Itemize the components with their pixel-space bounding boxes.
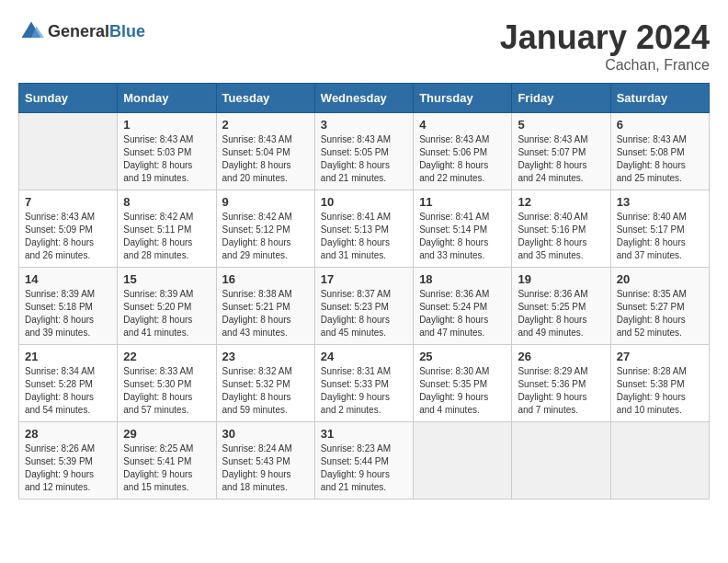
- day-content: Sunrise: 8:41 AM Sunset: 5:14 PM Dayligh…: [419, 211, 506, 262]
- logo-general: General: [48, 22, 109, 40]
- day-number: 9: [222, 195, 309, 209]
- day-number: 7: [25, 195, 111, 209]
- month-title: January 2024: [500, 18, 710, 57]
- calendar-cell: 29Sunrise: 8:25 AM Sunset: 5:41 PM Dayli…: [118, 422, 216, 500]
- day-number: 15: [123, 272, 210, 286]
- calendar-cell: [19, 113, 118, 190]
- calendar-cell: 8Sunrise: 8:42 AM Sunset: 5:11 PM Daylig…: [118, 190, 216, 268]
- calendar-cell: 18Sunrise: 8:36 AM Sunset: 5:24 PM Dayli…: [414, 268, 512, 345]
- day-number: 19: [518, 272, 604, 286]
- day-content: Sunrise: 8:43 AM Sunset: 5:04 PM Dayligh…: [222, 133, 309, 185]
- calendar-cell: [610, 422, 709, 500]
- calendar-cell: 25Sunrise: 8:30 AM Sunset: 5:35 PM Dayli…: [414, 345, 512, 422]
- day-of-week-header: Sunday: [19, 84, 118, 113]
- calendar-cell: 5Sunrise: 8:43 AM Sunset: 5:07 PM Daylig…: [512, 113, 610, 190]
- day-number: 3: [321, 118, 407, 132]
- day-content: Sunrise: 8:32 AM Sunset: 5:32 PM Dayligh…: [222, 365, 309, 417]
- calendar-cell: 12Sunrise: 8:40 AM Sunset: 5:16 PM Dayli…: [512, 190, 610, 268]
- calendar-cell: 27Sunrise: 8:28 AM Sunset: 5:38 PM Dayli…: [610, 345, 709, 422]
- calendar-cell: 6Sunrise: 8:43 AM Sunset: 5:08 PM Daylig…: [610, 113, 709, 190]
- calendar-cell: 26Sunrise: 8:29 AM Sunset: 5:36 PM Dayli…: [512, 345, 610, 422]
- calendar-cell: 30Sunrise: 8:24 AM Sunset: 5:43 PM Dayli…: [216, 422, 314, 500]
- calendar-cell: 2Sunrise: 8:43 AM Sunset: 5:04 PM Daylig…: [216, 113, 314, 190]
- day-number: 1: [123, 118, 210, 132]
- calendar-cell: 4Sunrise: 8:43 AM Sunset: 5:06 PM Daylig…: [414, 113, 512, 190]
- title-area: January 2024 Cachan, France: [500, 18, 710, 74]
- day-number: 22: [123, 350, 210, 363]
- calendar-cell: 17Sunrise: 8:37 AM Sunset: 5:23 PM Dayli…: [314, 268, 413, 345]
- day-content: Sunrise: 8:43 AM Sunset: 5:08 PM Dayligh…: [617, 133, 703, 185]
- day-number: 2: [222, 118, 309, 132]
- day-content: Sunrise: 8:43 AM Sunset: 5:07 PM Dayligh…: [518, 133, 604, 185]
- logo: GeneralBlue: [18, 18, 145, 44]
- calendar-header-row: SundayMondayTuesdayWednesdayThursdayFrid…: [19, 84, 710, 113]
- day-number: 8: [123, 195, 210, 209]
- calendar-cell: 20Sunrise: 8:35 AM Sunset: 5:27 PM Dayli…: [610, 268, 709, 345]
- day-content: Sunrise: 8:31 AM Sunset: 5:33 PM Dayligh…: [321, 365, 407, 417]
- day-number: 30: [222, 427, 309, 441]
- calendar-cell: 28Sunrise: 8:26 AM Sunset: 5:39 PM Dayli…: [19, 422, 118, 500]
- calendar-cell: 24Sunrise: 8:31 AM Sunset: 5:33 PM Dayli…: [314, 345, 413, 422]
- day-number: 27: [617, 350, 703, 363]
- calendar-cell: 22Sunrise: 8:33 AM Sunset: 5:30 PM Dayli…: [118, 345, 216, 422]
- day-content: Sunrise: 8:40 AM Sunset: 5:17 PM Dayligh…: [617, 211, 703, 262]
- day-content: Sunrise: 8:28 AM Sunset: 5:38 PM Dayligh…: [617, 365, 703, 417]
- calendar-week-row: 14Sunrise: 8:39 AM Sunset: 5:18 PM Dayli…: [19, 268, 710, 345]
- calendar-cell: 13Sunrise: 8:40 AM Sunset: 5:17 PM Dayli…: [610, 190, 709, 268]
- calendar-cell: 31Sunrise: 8:23 AM Sunset: 5:44 PM Dayli…: [314, 422, 413, 500]
- day-number: 13: [617, 195, 703, 209]
- calendar-body: 1Sunrise: 8:43 AM Sunset: 5:03 PM Daylig…: [19, 113, 710, 500]
- day-content: Sunrise: 8:40 AM Sunset: 5:16 PM Dayligh…: [518, 211, 604, 262]
- day-number: 12: [518, 195, 604, 209]
- day-number: 20: [617, 272, 703, 286]
- day-content: Sunrise: 8:36 AM Sunset: 5:25 PM Dayligh…: [518, 288, 604, 339]
- calendar-cell: 10Sunrise: 8:41 AM Sunset: 5:13 PM Dayli…: [314, 190, 413, 268]
- day-content: Sunrise: 8:39 AM Sunset: 5:20 PM Dayligh…: [123, 288, 210, 339]
- day-number: 17: [321, 272, 407, 286]
- logo-text: GeneralBlue: [48, 22, 145, 41]
- calendar-cell: [414, 422, 512, 500]
- day-content: Sunrise: 8:24 AM Sunset: 5:43 PM Dayligh…: [222, 442, 309, 494]
- day-content: Sunrise: 8:29 AM Sunset: 5:36 PM Dayligh…: [518, 365, 604, 417]
- calendar-cell: 15Sunrise: 8:39 AM Sunset: 5:20 PM Dayli…: [118, 268, 216, 345]
- day-content: Sunrise: 8:35 AM Sunset: 5:27 PM Dayligh…: [617, 288, 703, 339]
- day-of-week-header: Friday: [512, 84, 610, 113]
- day-content: Sunrise: 8:30 AM Sunset: 5:35 PM Dayligh…: [419, 365, 506, 417]
- day-of-week-header: Tuesday: [216, 84, 314, 113]
- calendar-cell: 9Sunrise: 8:42 AM Sunset: 5:12 PM Daylig…: [216, 190, 314, 268]
- calendar-week-row: 21Sunrise: 8:34 AM Sunset: 5:28 PM Dayli…: [19, 345, 710, 422]
- day-content: Sunrise: 8:43 AM Sunset: 5:09 PM Dayligh…: [25, 211, 111, 262]
- calendar-cell: 11Sunrise: 8:41 AM Sunset: 5:14 PM Dayli…: [414, 190, 512, 268]
- day-number: 23: [222, 350, 309, 363]
- location-title: Cachan, France: [500, 57, 710, 74]
- logo-icon: [18, 18, 44, 44]
- day-of-week-header: Wednesday: [314, 84, 413, 113]
- day-content: Sunrise: 8:25 AM Sunset: 5:41 PM Dayligh…: [123, 442, 210, 494]
- calendar-cell: [512, 422, 610, 500]
- day-of-week-header: Thursday: [414, 84, 512, 113]
- day-content: Sunrise: 8:23 AM Sunset: 5:44 PM Dayligh…: [321, 442, 407, 494]
- day-content: Sunrise: 8:38 AM Sunset: 5:21 PM Dayligh…: [222, 288, 309, 339]
- day-number: 25: [419, 350, 506, 363]
- day-of-week-header: Monday: [118, 84, 216, 113]
- calendar-cell: 16Sunrise: 8:38 AM Sunset: 5:21 PM Dayli…: [216, 268, 314, 345]
- calendar-cell: 23Sunrise: 8:32 AM Sunset: 5:32 PM Dayli…: [216, 345, 314, 422]
- day-content: Sunrise: 8:34 AM Sunset: 5:28 PM Dayligh…: [25, 365, 111, 417]
- day-content: Sunrise: 8:43 AM Sunset: 5:05 PM Dayligh…: [321, 133, 407, 185]
- day-content: Sunrise: 8:33 AM Sunset: 5:30 PM Dayligh…: [123, 365, 210, 417]
- page-header: GeneralBlue January 2024 Cachan, France: [18, 18, 710, 74]
- day-content: Sunrise: 8:43 AM Sunset: 5:06 PM Dayligh…: [419, 133, 506, 185]
- day-content: Sunrise: 8:42 AM Sunset: 5:12 PM Dayligh…: [222, 211, 309, 262]
- day-number: 10: [321, 195, 407, 209]
- logo-blue: Blue: [109, 22, 145, 40]
- calendar-cell: 19Sunrise: 8:36 AM Sunset: 5:25 PM Dayli…: [512, 268, 610, 345]
- calendar-table: SundayMondayTuesdayWednesdayThursdayFrid…: [18, 83, 710, 500]
- day-content: Sunrise: 8:43 AM Sunset: 5:03 PM Dayligh…: [123, 133, 210, 185]
- day-number: 5: [518, 118, 604, 132]
- day-number: 11: [419, 195, 506, 209]
- day-number: 16: [222, 272, 309, 286]
- day-content: Sunrise: 8:39 AM Sunset: 5:18 PM Dayligh…: [25, 288, 111, 339]
- day-content: Sunrise: 8:37 AM Sunset: 5:23 PM Dayligh…: [321, 288, 407, 339]
- day-number: 14: [25, 272, 111, 286]
- day-number: 29: [123, 427, 210, 441]
